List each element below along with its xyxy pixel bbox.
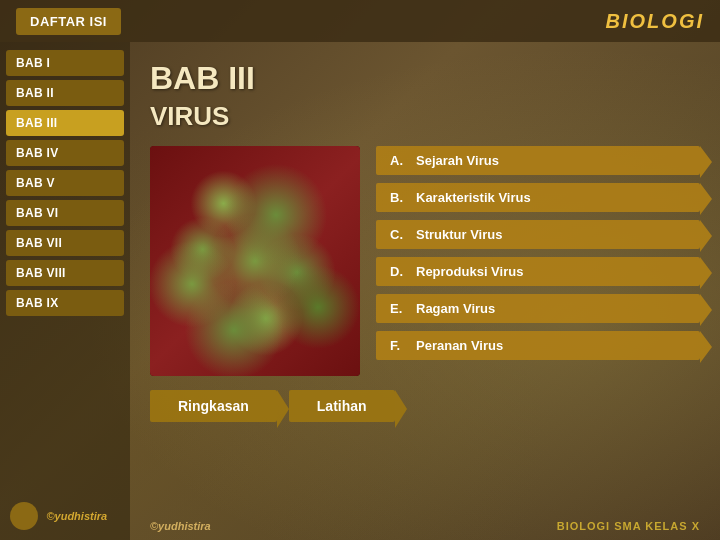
- topic-letter-d: D.: [390, 264, 406, 279]
- topic-item-f[interactable]: F. Peranan Virus: [376, 331, 700, 360]
- topic-list: A. Sejarah Virus B. Karakteristik Virus …: [376, 146, 700, 360]
- sidebar-item-bab-vii[interactable]: BAB VII: [6, 230, 124, 256]
- topic-letter-e: E.: [390, 301, 406, 316]
- daftar-isi-button[interactable]: DAFTAR ISI: [16, 8, 121, 35]
- sidebar-item-bab-ii[interactable]: BAB II: [6, 80, 124, 106]
- latihan-button[interactable]: Latihan: [289, 390, 395, 422]
- topic-text-b: Karakteristik Virus: [416, 190, 686, 205]
- bottom-buttons: Ringkasan Latihan: [150, 390, 700, 422]
- logo-circle-icon: [10, 502, 38, 530]
- sidebar-item-bab-viii[interactable]: BAB VIII: [6, 260, 124, 286]
- main-content: BAB III VIRUS A. Sejarah Virus B. Karakt…: [130, 42, 720, 540]
- topic-text-a: Sejarah Virus: [416, 153, 686, 168]
- topic-letter-f: F.: [390, 338, 406, 353]
- top-bar: DAFTAR ISI BIOLOGI: [0, 0, 720, 42]
- virus-image-inner: [150, 146, 360, 376]
- topic-item-a[interactable]: A. Sejarah Virus: [376, 146, 700, 175]
- sidebar-item-bab-v[interactable]: BAB V: [6, 170, 124, 196]
- topic-item-d[interactable]: D. Reproduksi Virus: [376, 257, 700, 286]
- bab-subtitle: VIRUS: [150, 101, 700, 132]
- footer: ©yudhistira BIOLOGI SMA KELAS X: [130, 520, 720, 532]
- sidebar-item-bab-iii[interactable]: BAB III: [6, 110, 124, 136]
- topic-letter-b: B.: [390, 190, 406, 205]
- topic-letter-c: C.: [390, 227, 406, 242]
- logo-text: ©yudhistira: [46, 510, 107, 522]
- virus-image: [150, 146, 360, 376]
- topic-text-e: Ragam Virus: [416, 301, 686, 316]
- topic-letter-a: A.: [390, 153, 406, 168]
- sidebar-item-bab-vi[interactable]: BAB VI: [6, 200, 124, 226]
- topic-item-c[interactable]: C. Struktur Virus: [376, 220, 700, 249]
- ringkasan-button[interactable]: Ringkasan: [150, 390, 277, 422]
- topic-text-f: Peranan Virus: [416, 338, 686, 353]
- sidebar-item-bab-ix[interactable]: BAB IX: [6, 290, 124, 316]
- sidebar-item-bab-iv[interactable]: BAB IV: [6, 140, 124, 166]
- topic-text-d: Reproduksi Virus: [416, 264, 686, 279]
- sidebar-item-bab-i[interactable]: BAB I: [6, 50, 124, 76]
- footer-subtitle: BIOLOGI SMA KELAS X: [557, 520, 700, 532]
- sidebar: BAB I BAB II BAB III BAB IV BAB V BAB VI…: [0, 42, 130, 540]
- topic-item-b[interactable]: B. Karakteristik Virus: [376, 183, 700, 212]
- biologi-title: BIOLOGI: [606, 10, 704, 33]
- content-area: A. Sejarah Virus B. Karakteristik Virus …: [150, 146, 700, 376]
- bab-heading: BAB III: [150, 60, 700, 97]
- logo-area: ©yudhistira: [10, 502, 120, 530]
- footer-logo: ©yudhistira: [150, 520, 211, 532]
- topic-text-c: Struktur Virus: [416, 227, 686, 242]
- topic-item-e[interactable]: E. Ragam Virus: [376, 294, 700, 323]
